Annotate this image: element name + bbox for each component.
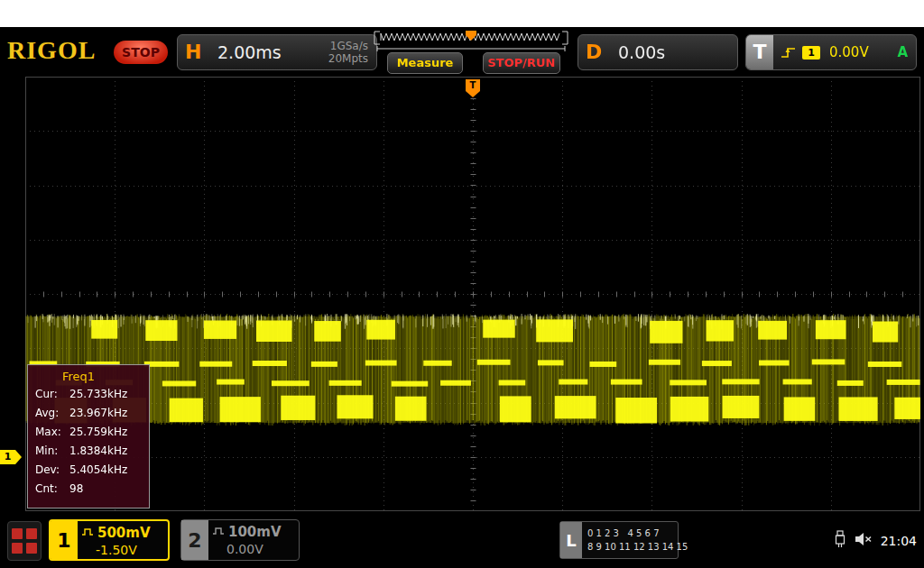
trigger-position-marker[interactable]: T: [466, 79, 480, 91]
channel1-number: 1: [51, 521, 78, 559]
channel1-offset-marker[interactable]: 1: [0, 450, 15, 464]
oscilloscope-screen: MSO5102 Tue August 05 21:04:55 2025 RIGO…: [0, 0, 924, 568]
trigger-source-badge: 1: [802, 46, 820, 60]
stop-run-button[interactable]: STOP/RUN: [483, 52, 560, 74]
logic-digits-row1: 0 1 2 3 4 5 6 7: [587, 527, 688, 540]
trigger-block[interactable]: T 1 0.00V A: [745, 34, 917, 70]
acquisition-rates: 1GSa/s 20Mpts: [328, 40, 368, 65]
t-label: T: [746, 35, 773, 69]
memory-depth: 20Mpts: [328, 52, 368, 65]
usb-icon: [834, 530, 846, 552]
channel1-scale: 500mV: [97, 525, 151, 541]
channel2-scale: 100mV: [228, 524, 282, 540]
measurement-row: Cur:25.733kHz: [28, 385, 149, 404]
horizontal-timebase-block[interactable]: H 2.00ms 1GSa/s 20Mpts: [177, 34, 377, 70]
trigger-sweep-mode: A: [897, 44, 908, 60]
measurement-row: Min:1.8384kHz: [28, 442, 149, 461]
measurement-row: Avg:23.967kHz: [28, 404, 149, 423]
delay-value: 0.00s: [618, 42, 665, 62]
trigger-level-value: 0.00V: [829, 44, 869, 60]
channel1-coupling-icon: [81, 525, 94, 541]
menu-grid-button[interactable]: [7, 521, 42, 561]
channel1-offset: -1.50V: [96, 542, 151, 558]
measurement-title: Freq1: [62, 370, 149, 383]
trigger-slope-icon: [781, 45, 797, 63]
timebase-value: 2.00ms: [217, 42, 282, 62]
measurement-row: Max:25.759kHz: [28, 423, 149, 442]
measurement-results-panel: Freq1 Cur:25.733kHz Avg:23.967kHz Max:25…: [27, 364, 150, 508]
memory-position-thumbnail[interactable]: [372, 30, 570, 53]
speaker-muted-icon: [855, 531, 873, 551]
sample-rate: 1GSa/s: [328, 40, 368, 52]
clock: 21:04: [881, 534, 917, 548]
run-status-badge[interactable]: STOP: [114, 41, 168, 64]
h-label: H: [185, 41, 201, 63]
channel1-box[interactable]: 1 500mV -1.50V: [49, 519, 170, 561]
measurement-row: Cnt:98: [28, 480, 149, 499]
menu-grid-icon: [12, 528, 37, 554]
horizontal-delay-block[interactable]: D 0.00s: [578, 34, 738, 70]
waveform-display[interactable]: [25, 77, 920, 511]
logic-digits-row2: 8 9 10 11 12 13 14 15: [587, 540, 688, 554]
d-label: D: [586, 41, 602, 63]
channel2-coupling-icon: [212, 524, 225, 540]
channel2-number: 2: [181, 520, 208, 560]
measure-button[interactable]: Measure: [387, 52, 463, 74]
window-titlebar: MSO5102 Tue August 05 21:04:55 2025: [0, 0, 924, 27]
channel2-offset: 0.00V: [226, 541, 282, 557]
measurement-row: Dev:5.4054kHz: [28, 461, 149, 480]
rigol-logo: RIGOL: [7, 36, 96, 65]
channel2-box[interactable]: 2 100mV 0.00V: [180, 519, 300, 561]
logic-analyzer-label: L: [560, 522, 582, 558]
logic-analyzer-box[interactable]: L 0 1 2 3 4 5 6 7 8 9 10 11 12 13 14 15: [559, 521, 679, 559]
